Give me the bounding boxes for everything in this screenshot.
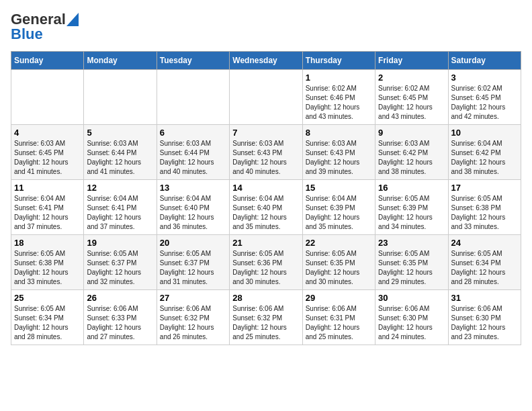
calendar-cell: 10Sunrise: 6:04 AM Sunset: 6:42 PM Dayli… (448, 125, 521, 180)
day-info: Sunrise: 6:04 AM Sunset: 6:40 PM Dayligh… (232, 194, 299, 232)
day-number: 15 (306, 183, 372, 193)
weekday-header-row: SundayMondayTuesdayWednesdayThursdayFrid… (11, 52, 521, 70)
day-info: Sunrise: 6:05 AM Sunset: 6:34 PM Dayligh… (451, 249, 518, 287)
weekday-header-monday: Monday (84, 52, 157, 70)
calendar-cell (11, 70, 84, 125)
day-number: 3 (451, 73, 518, 83)
day-number: 7 (232, 128, 299, 138)
calendar-cell: 9Sunrise: 6:03 AM Sunset: 6:42 PM Daylig… (375, 125, 448, 180)
day-info: Sunrise: 6:02 AM Sunset: 6:46 PM Dayligh… (306, 84, 372, 122)
day-number: 29 (306, 293, 372, 303)
day-info: Sunrise: 6:06 AM Sunset: 6:30 PM Dayligh… (378, 304, 445, 342)
weekday-header-saturday: Saturday (448, 52, 521, 70)
calendar-cell: 19Sunrise: 6:05 AM Sunset: 6:37 PM Dayli… (84, 235, 157, 290)
day-number: 22 (306, 238, 372, 248)
day-info: Sunrise: 6:05 AM Sunset: 6:37 PM Dayligh… (160, 249, 226, 287)
svg-marker-0 (66, 13, 79, 26)
day-info: Sunrise: 6:05 AM Sunset: 6:36 PM Dayligh… (232, 249, 299, 287)
calendar-cell: 18Sunrise: 6:05 AM Sunset: 6:38 PM Dayli… (11, 235, 84, 290)
calendar-cell: 26Sunrise: 6:06 AM Sunset: 6:33 PM Dayli… (84, 290, 157, 345)
calendar-cell: 7Sunrise: 6:03 AM Sunset: 6:43 PM Daylig… (230, 125, 302, 180)
day-number: 8 (306, 128, 372, 138)
calendar-cell: 8Sunrise: 6:03 AM Sunset: 6:43 PM Daylig… (302, 125, 375, 180)
day-number: 5 (87, 128, 153, 138)
day-number: 13 (160, 183, 226, 193)
day-number: 21 (232, 238, 299, 248)
day-info: Sunrise: 6:04 AM Sunset: 6:42 PM Dayligh… (451, 139, 518, 177)
day-info: Sunrise: 6:06 AM Sunset: 6:30 PM Dayligh… (451, 304, 518, 342)
day-number: 30 (378, 293, 445, 303)
calendar-cell: 5Sunrise: 6:03 AM Sunset: 6:44 PM Daylig… (84, 125, 157, 180)
day-number: 16 (378, 183, 445, 193)
calendar-cell: 16Sunrise: 6:05 AM Sunset: 6:39 PM Dayli… (375, 180, 448, 235)
day-info: Sunrise: 6:06 AM Sunset: 6:32 PM Dayligh… (232, 304, 299, 342)
day-info: Sunrise: 6:03 AM Sunset: 6:45 PM Dayligh… (14, 139, 81, 177)
calendar-cell: 4Sunrise: 6:03 AM Sunset: 6:45 PM Daylig… (11, 125, 84, 180)
calendar-cell: 30Sunrise: 6:06 AM Sunset: 6:30 PM Dayli… (375, 290, 448, 345)
calendar-cell: 14Sunrise: 6:04 AM Sunset: 6:40 PM Dayli… (230, 180, 302, 235)
day-number: 26 (87, 293, 153, 303)
weekday-header-tuesday: Tuesday (157, 52, 229, 70)
logo: General Blue (11, 11, 79, 43)
day-number: 25 (14, 293, 81, 303)
calendar-cell: 20Sunrise: 6:05 AM Sunset: 6:37 PM Dayli… (157, 235, 229, 290)
day-number: 28 (232, 293, 299, 303)
day-info: Sunrise: 6:05 AM Sunset: 6:38 PM Dayligh… (14, 249, 81, 287)
day-info: Sunrise: 6:05 AM Sunset: 6:35 PM Dayligh… (306, 249, 372, 287)
day-info: Sunrise: 6:04 AM Sunset: 6:40 PM Dayligh… (160, 194, 226, 232)
day-number: 17 (451, 183, 518, 193)
calendar-cell: 25Sunrise: 6:05 AM Sunset: 6:34 PM Dayli… (11, 290, 84, 345)
day-info: Sunrise: 6:03 AM Sunset: 6:44 PM Dayligh… (160, 139, 226, 177)
day-number: 1 (306, 73, 372, 83)
weekday-header-thursday: Thursday (302, 52, 375, 70)
day-info: Sunrise: 6:03 AM Sunset: 6:44 PM Dayligh… (87, 139, 153, 177)
calendar-cell: 22Sunrise: 6:05 AM Sunset: 6:35 PM Dayli… (302, 235, 375, 290)
logo-blue: Blue (11, 26, 43, 43)
day-info: Sunrise: 6:06 AM Sunset: 6:32 PM Dayligh… (160, 304, 226, 342)
day-info: Sunrise: 6:06 AM Sunset: 6:33 PM Dayligh… (87, 304, 153, 342)
day-number: 24 (451, 238, 518, 248)
calendar-week-row: 18Sunrise: 6:05 AM Sunset: 6:38 PM Dayli… (11, 235, 521, 290)
calendar-cell: 27Sunrise: 6:06 AM Sunset: 6:32 PM Dayli… (157, 290, 229, 345)
weekday-header-sunday: Sunday (11, 52, 84, 70)
calendar-cell: 29Sunrise: 6:06 AM Sunset: 6:31 PM Dayli… (302, 290, 375, 345)
calendar-week-row: 1Sunrise: 6:02 AM Sunset: 6:46 PM Daylig… (11, 70, 521, 125)
calendar-cell: 31Sunrise: 6:06 AM Sunset: 6:30 PM Dayli… (448, 290, 521, 345)
day-number: 27 (160, 293, 226, 303)
day-info: Sunrise: 6:02 AM Sunset: 6:45 PM Dayligh… (378, 84, 445, 122)
calendar-cell (230, 70, 302, 125)
calendar-cell: 15Sunrise: 6:04 AM Sunset: 6:39 PM Dayli… (302, 180, 375, 235)
day-number: 2 (378, 73, 445, 83)
calendar-week-row: 25Sunrise: 6:05 AM Sunset: 6:34 PM Dayli… (11, 290, 521, 345)
day-number: 6 (160, 128, 226, 138)
calendar-cell: 11Sunrise: 6:04 AM Sunset: 6:41 PM Dayli… (11, 180, 84, 235)
day-info: Sunrise: 6:06 AM Sunset: 6:31 PM Dayligh… (306, 304, 372, 342)
day-info: Sunrise: 6:05 AM Sunset: 6:35 PM Dayligh… (378, 249, 445, 287)
day-info: Sunrise: 6:04 AM Sunset: 6:41 PM Dayligh… (87, 194, 153, 232)
day-info: Sunrise: 6:04 AM Sunset: 6:41 PM Dayligh… (14, 194, 81, 232)
day-info: Sunrise: 6:05 AM Sunset: 6:38 PM Dayligh… (451, 194, 518, 232)
logo-triangle-icon (66, 13, 79, 26)
day-number: 10 (451, 128, 518, 138)
calendar-week-row: 4Sunrise: 6:03 AM Sunset: 6:45 PM Daylig… (11, 125, 521, 180)
calendar-cell: 3Sunrise: 6:02 AM Sunset: 6:45 PM Daylig… (448, 70, 521, 125)
day-info: Sunrise: 6:02 AM Sunset: 6:45 PM Dayligh… (451, 84, 518, 122)
day-info: Sunrise: 6:03 AM Sunset: 6:43 PM Dayligh… (306, 139, 372, 177)
calendar-cell: 12Sunrise: 6:04 AM Sunset: 6:41 PM Dayli… (84, 180, 157, 235)
calendar-cell: 23Sunrise: 6:05 AM Sunset: 6:35 PM Dayli… (375, 235, 448, 290)
weekday-header-wednesday: Wednesday (230, 52, 302, 70)
calendar-week-row: 11Sunrise: 6:04 AM Sunset: 6:41 PM Dayli… (11, 180, 521, 235)
page-header: General Blue (11, 11, 521, 43)
calendar-cell: 28Sunrise: 6:06 AM Sunset: 6:32 PM Dayli… (230, 290, 302, 345)
day-number: 9 (378, 128, 445, 138)
day-number: 31 (451, 293, 518, 303)
day-number: 4 (14, 128, 81, 138)
calendar-cell: 1Sunrise: 6:02 AM Sunset: 6:46 PM Daylig… (302, 70, 375, 125)
day-info: Sunrise: 6:04 AM Sunset: 6:39 PM Dayligh… (306, 194, 372, 232)
day-number: 23 (378, 238, 445, 248)
day-info: Sunrise: 6:05 AM Sunset: 6:39 PM Dayligh… (378, 194, 445, 232)
weekday-header-friday: Friday (375, 52, 448, 70)
calendar-cell: 17Sunrise: 6:05 AM Sunset: 6:38 PM Dayli… (448, 180, 521, 235)
day-info: Sunrise: 6:05 AM Sunset: 6:34 PM Dayligh… (14, 304, 81, 342)
day-number: 12 (87, 183, 153, 193)
